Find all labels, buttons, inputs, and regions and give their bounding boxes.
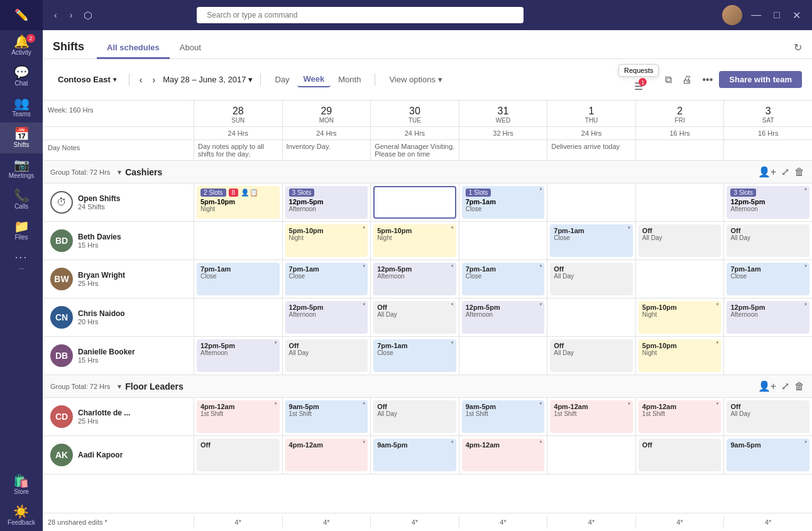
- sidebar-item-feedback[interactable]: ☀️ Feedback: [8, 500, 35, 531]
- sidebar-item-more[interactable]: ··· ···: [0, 246, 43, 277]
- sidebar-item-shifts[interactable]: 📅 Shifts: [0, 123, 43, 153]
- aadi-shift-fri[interactable]: Off: [635, 436, 724, 474]
- bryan-time-mon: 7pm-1am: [289, 265, 365, 273]
- sidebar-item-activity[interactable]: 🔔 Activity 2: [0, 30, 43, 61]
- aadi-shift-sun[interactable]: Off: [194, 436, 282, 474]
- compose-button[interactable]: ⬡: [81, 7, 95, 24]
- beth-shift-sun[interactable]: [194, 222, 282, 260]
- danielle-shift-sat[interactable]: [723, 337, 812, 375]
- sidebar-item-store[interactable]: 🛍️ Store: [8, 469, 35, 500]
- sidebar-item-chat[interactable]: 💬 Chat: [0, 61, 43, 92]
- beth-shift-mon[interactable]: * 5pm-10pm Night: [282, 222, 371, 260]
- chris-shift-thu[interactable]: [547, 298, 635, 337]
- next-week-button[interactable]: ›: [150, 72, 158, 87]
- view-options-button[interactable]: View options ▾: [383, 72, 448, 87]
- close-button[interactable]: ✕: [789, 8, 804, 23]
- share-button[interactable]: Share with team: [719, 71, 802, 88]
- charlotte-shift-tue[interactable]: Off All Day: [370, 398, 459, 436]
- aadi-shift-mon[interactable]: * 4pm-12am: [282, 436, 371, 474]
- titlebar-nav: ‹ ›: [50, 8, 76, 23]
- tab-about[interactable]: About: [170, 38, 211, 59]
- danielle-shift-thu[interactable]: Off All Day: [547, 337, 635, 375]
- prev-week-button[interactable]: ‹: [137, 72, 145, 87]
- open-shift-sat[interactable]: 3 Slots 12pm-5pm Afternoon *: [723, 183, 812, 222]
- floor-leaders-move-button[interactable]: ⤢: [781, 380, 789, 392]
- day-view-button[interactable]: Day: [268, 72, 295, 87]
- sidebar-item-calls[interactable]: 📞 Calls: [0, 184, 43, 215]
- maximize-button[interactable]: □: [770, 8, 784, 22]
- charlotte-shift-sat[interactable]: Off All Day: [723, 398, 812, 436]
- cashiers-collapse-button[interactable]: ▾: [118, 168, 121, 177]
- chris-shift-tue[interactable]: * Off All Day: [370, 298, 459, 337]
- cashiers-move-button[interactable]: ⤢: [781, 166, 789, 178]
- chris-shift-sat[interactable]: * 12pm-5pm Afternoon: [723, 298, 812, 337]
- danielle-shift-tue[interactable]: * 7pm-1am Close: [370, 337, 459, 375]
- open-shift-mon[interactable]: 3 Slots 12pm-5pm Afternoon: [282, 183, 371, 222]
- more-options-button[interactable]: •••: [698, 72, 716, 88]
- bryan-shift-mon[interactable]: * 7pm-1am Close: [282, 260, 371, 298]
- bryan-shift-wed[interactable]: * 7pm-1am Close: [459, 260, 547, 298]
- danielle-shift-sun[interactable]: * 12pm-5pm Afternoon: [194, 337, 282, 375]
- charlotte-shift-thu[interactable]: * 4pm-12am 1st Shift: [547, 398, 635, 436]
- week-view-button[interactable]: Week: [297, 72, 331, 87]
- chris-shift-fri[interactable]: * 5pm-10pm Night: [635, 298, 724, 337]
- beth-shift-sat[interactable]: Off All Day: [723, 222, 812, 260]
- cashiers-delete-button[interactable]: 🗑: [794, 166, 804, 178]
- floor-leaders-delete-button[interactable]: 🗑: [794, 380, 804, 392]
- beth-shift-card-fri: Off All Day: [639, 224, 721, 257]
- requests-button[interactable]: ☰ 1: [630, 78, 647, 95]
- copy-button[interactable]: ⧉: [661, 72, 676, 88]
- tab-all-schedules[interactable]: All schedules: [97, 38, 170, 59]
- sidebar-item-meetings[interactable]: 📷 Meetings: [0, 153, 43, 184]
- shift-asterisk: *: [804, 264, 807, 271]
- danielle-shift-wed[interactable]: [459, 337, 547, 375]
- bryan-shift-fri[interactable]: [635, 260, 724, 298]
- open-shift-wed[interactable]: 1 Slots 7pm-1am Close *: [459, 183, 547, 222]
- day-header-empty: Week: 160 Hrs: [43, 101, 194, 127]
- page-title: Shifts: [53, 40, 84, 58]
- sidebar-item-teams[interactable]: 👥 Teams: [0, 92, 43, 123]
- danielle-shift-fri[interactable]: * 5pm-10pm Night: [635, 337, 724, 375]
- refresh-button[interactable]: ↻: [794, 41, 802, 53]
- avatar[interactable]: [722, 5, 742, 25]
- charlotte-shift-wed[interactable]: * 9am-5pm 1st Shift: [459, 398, 547, 436]
- chris-shift-sun[interactable]: [194, 298, 282, 337]
- beth-shift-wed[interactable]: [459, 222, 547, 260]
- chris-shift-mon[interactable]: * 12pm-5pm Afternoon: [282, 298, 371, 337]
- cashiers-add-person-button[interactable]: 👤+: [758, 166, 776, 178]
- search-input[interactable]: [197, 7, 524, 23]
- charlotte-shift-sun[interactable]: * 4pm-12am 1st Shift: [194, 398, 282, 436]
- bryan-info: Bryan Wright 25 Hrs: [78, 271, 125, 287]
- forward-button[interactable]: ›: [66, 8, 77, 23]
- sidebar-item-files[interactable]: 📁 Files: [0, 215, 43, 246]
- aadi-shift-sat[interactable]: * 9am-5pm: [723, 436, 812, 474]
- beth-shift-fri[interactable]: Off All Day: [635, 222, 724, 260]
- month-view-button[interactable]: Month: [332, 72, 367, 87]
- day-name-2: TUE: [373, 117, 456, 124]
- beth-shift-thu[interactable]: * 7pm-1am Close: [547, 222, 635, 260]
- danielle-shift-mon[interactable]: Off All Day: [282, 337, 371, 375]
- open-shift-tue[interactable]: [370, 183, 459, 222]
- shift-asterisk: *: [716, 302, 719, 309]
- aadi-shift-tue[interactable]: * 9am-5pm: [370, 436, 459, 474]
- beth-shift-tue[interactable]: * 5pm-10pm Night: [370, 222, 459, 260]
- location-selector[interactable]: Contoso East ▾: [53, 72, 121, 87]
- open-shift-sun[interactable]: 2 Slots 8 👤📋 5pm-10pm Night: [194, 183, 282, 222]
- charlotte-shift-fri[interactable]: * 4pm-12am 1st Shift: [635, 398, 724, 436]
- print-button[interactable]: 🖨: [678, 72, 696, 88]
- files-icon: 📁: [14, 220, 30, 233]
- bryan-shift-sat[interactable]: * 7pm-1am Close: [723, 260, 812, 298]
- floor-leaders-add-person-button[interactable]: 👤+: [758, 380, 776, 392]
- chris-shift-wed[interactable]: * 12pm-5pm Afternoon: [459, 298, 547, 337]
- aadi-shift-thu[interactable]: [547, 436, 635, 474]
- floor-leaders-collapse-button[interactable]: ▾: [118, 382, 121, 391]
- bryan-shift-sun[interactable]: 7pm-1am Close: [194, 260, 282, 298]
- date-range[interactable]: May 28 – June 3, 2017 ▾: [163, 75, 253, 84]
- charlotte-shift-mon[interactable]: * 9am-5pm 1st Shift: [282, 398, 371, 436]
- compose-icon[interactable]: ✏️: [14, 8, 28, 22]
- bryan-shift-tue[interactable]: * 12pm-5pm Afternoon: [370, 260, 459, 298]
- aadi-shift-wed[interactable]: * 4pm-12am: [459, 436, 547, 474]
- back-button[interactable]: ‹: [50, 8, 61, 23]
- bryan-shift-thu[interactable]: Off All Day: [547, 260, 635, 298]
- minimize-button[interactable]: —: [747, 8, 765, 22]
